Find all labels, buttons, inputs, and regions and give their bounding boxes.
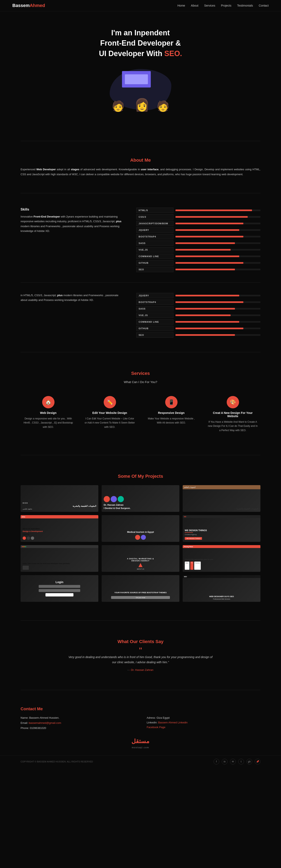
new-design-icon: 🎨 <box>227 396 239 408</box>
logo-text-ahmed: Ahmed <box>30 3 45 8</box>
hero-section: I'm an Inpendent Front-End Developer & U… <box>0 11 281 133</box>
testimonial-author: - - Dr. Hassan Zahran <box>21 669 260 672</box>
project-12-mock: SEO WEB DESIGNER GUYS SEO Professional W… <box>183 575 260 602</box>
about-section: About Me Experienced Web Developer adept… <box>0 149 281 185</box>
divider-2 <box>21 193 260 193</box>
navbar: BassemAhmed Home About Services Projects… <box>0 0 281 11</box>
social-pin-icon[interactable]: 📌 <box>255 759 260 765</box>
project-10[interactable]: Login <box>21 575 98 602</box>
skills-section: Skills Innovative Front-End Developer wi… <box>0 202 281 274</box>
contact-linkedin-link[interactable]: Bassem Ahmed Linkedin <box>158 721 188 724</box>
project-2-mock: Dr. Hassan ZahranI Dentist & Oral Surgeo… <box>102 485 179 512</box>
service-new-design-desc: If You Have a Website And Want to Create… <box>207 420 258 432</box>
testimonial-quote: Very good in dealing and understands who… <box>68 655 213 665</box>
skills-title: Skills <box>21 208 124 211</box>
skills2-bars: JQUERY BOOTSTRAP4 SASS VUE.JS COMMAND LI… <box>136 293 260 338</box>
contact-linkedin: Linkedin: Bassem Ahmed Linkedin <box>147 721 260 724</box>
nav-services[interactable]: Services <box>204 4 215 7</box>
projects-title: Some Of My Projects <box>21 474 260 479</box>
contact-info: Name: Bassem-Ahmed Hussien. Email: basse… <box>21 716 134 732</box>
nav-projects[interactable]: Projects <box>221 4 231 7</box>
service-web-design-title: Web Design <box>23 411 74 414</box>
projects-section: Some Of My Projects المقومات الطبيعية وا… <box>0 463 281 612</box>
mostaql-url: mostaql.com <box>132 746 149 749</box>
footer: COPYRIGHT © BASSEM AHMED HUSSIEN. ALL RI… <box>0 755 281 768</box>
skill-row-cmd: COMMAND LINE <box>136 254 260 259</box>
project-4-mock: Elite We're an InpendentDesign & Develop… <box>21 515 98 542</box>
project-7-mock: Hello, This is web site for front-end de… <box>21 545 98 572</box>
contact-name: Name: Bassem-Ahmed Hussien. <box>21 716 134 719</box>
service-responsive-title: Responsive Design <box>146 411 197 414</box>
nav-home[interactable]: Home <box>177 4 185 7</box>
project-1[interactable]: المقومات الطبيعية والبشرية محتوى تعليمي <box>21 485 98 512</box>
social-email-icon[interactable]: ✉ <box>230 759 236 765</box>
testimonials-title: What Our Clients Say <box>21 639 260 644</box>
social-facebook-icon[interactable]: f <box>214 759 219 765</box>
project-9[interactable]: Pricing Plans Choose the appropriate pla… <box>183 545 260 572</box>
social-github-icon[interactable]: gh <box>247 759 252 765</box>
skill-row-jquery: JQUERY <box>136 227 260 233</box>
edit-design-icon: ✏️ <box>104 396 116 408</box>
service-web-design-desc: Design a responsive web site for you , W… <box>23 416 74 429</box>
skill2-row-vuejs: VUE.JS <box>136 313 260 318</box>
contact-facebook: Facebook Page <box>147 726 260 729</box>
nav-testimonials[interactable]: Testimonials <box>237 4 253 7</box>
divider-3 <box>21 282 260 283</box>
skills-description: Skills Innovative Front-End Developer wi… <box>21 208 124 272</box>
contact-title: Contact Me <box>21 707 260 711</box>
divider-1 <box>21 141 260 141</box>
service-new-design: 🎨 Creat A New Design For Your Website If… <box>205 392 260 436</box>
project-4[interactable]: Elite We're an InpendentDesign & Develop… <box>21 515 98 542</box>
project-3[interactable]: المقومات العلاقية المقومات الطبيعية والب… <box>183 485 260 512</box>
skill-row-sass: SASS <box>136 241 260 246</box>
divider-5 <box>21 455 260 455</box>
services-title: Services <box>21 371 260 376</box>
project-7[interactable]: Hello, This is web site for front-end de… <box>21 545 98 572</box>
skill2-row-jquery: JQUERY <box>136 293 260 298</box>
skill-row-vuejs: VUE.JS <box>136 247 260 252</box>
skills2-description: in HTML/5, CSS/3, Javascript; plus moder… <box>21 293 124 338</box>
hero-figure-right: 🧑 <box>157 100 169 112</box>
social-twitter-icon[interactable]: t <box>238 759 244 765</box>
nav-about[interactable]: About <box>191 4 198 7</box>
services-subtitle: What Can I Do For You? <box>21 380 260 384</box>
skill-row-html: HTML/5 <box>136 208 260 213</box>
footer-socials: f in ✉ t gh 📌 <box>214 759 260 765</box>
service-responsive-desc: Make Your Website a responsive Website ,… <box>146 416 197 425</box>
skill2-row-sass: SASS <box>136 306 260 311</box>
about-text: Experienced Web Developer adept in all s… <box>21 167 260 177</box>
social-linkedin-icon[interactable]: in <box>222 759 227 765</box>
project-5[interactable]: Medical tourism in Egypt <box>102 515 179 542</box>
services-grid: 🏠 Web Design Design a responsive web sit… <box>21 392 260 436</box>
projects-grid: المقومات الطبيعية والبشرية محتوى تعليمي … <box>21 485 260 602</box>
skill-row-seo: SEO <box>136 267 260 272</box>
skills-section-2: in HTML/5, CSS/3, Javascript; plus moder… <box>0 291 281 344</box>
project-6[interactable]: WD WE DESIGN THINGS Creative Agency WE D… <box>183 515 260 542</box>
service-new-design-title: Creat A New Design For Your Website <box>207 411 258 418</box>
service-responsive: 📱 Responsive Design Make Your Website a … <box>144 392 199 436</box>
project-12[interactable]: SEO WEB DESIGNER GUYS SEO Professional W… <box>183 575 260 602</box>
skill-row-css: CSS/3 <box>136 214 260 220</box>
logo: BassemAhmed <box>12 3 45 8</box>
skill2-row-bootstrap: BOOTSTRAP4 <box>136 300 260 305</box>
about-title: About Me <box>21 158 260 163</box>
contact-phone: Phone: 01096381020 <box>21 726 134 730</box>
nav-contact[interactable]: Contact <box>259 4 269 7</box>
contact-email: Email: bassemahmed@gmail.com <box>21 721 134 724</box>
service-edit-design-desc: I Can Edit Your Current Website – Like C… <box>84 416 135 429</box>
project-2[interactable]: Dr. Hassan ZahranI Dentist & Oral Surgeo… <box>102 485 179 512</box>
web-design-icon: 🏠 <box>42 396 55 408</box>
project-8[interactable]: A DIGITAL MARKETING &DESIGN AGENCY ABOUT… <box>102 545 179 572</box>
contact-email-link[interactable]: bassemahmed@gmail.com <box>29 721 61 724</box>
skills2-text: in HTML/5, CSS/3, Javascript; plus moder… <box>21 293 124 303</box>
hero-figure-center: 👩 <box>134 98 150 112</box>
contact-layout: Name: Bassem-Ahmed Hussien. Email: basse… <box>21 716 260 732</box>
project-6-mock: WD WE DESIGN THINGS Creative Agency WE D… <box>183 515 260 542</box>
contact-facebook-link[interactable]: Facebook Page <box>147 726 165 729</box>
project-11[interactable]: YOUR FAVORITE SOURCE OF FREE BOOTSTRAP T… <box>102 575 179 602</box>
contact-section: Contact Me Name: Bassem-Ahmed Hussien. E… <box>0 699 281 755</box>
skill2-row-cmd: COMMAND LINE <box>136 319 260 324</box>
quote-open: " <box>21 648 260 653</box>
contact-address: Adress: Giza Egypt <box>147 716 260 719</box>
hero-screen-mockup <box>122 71 151 88</box>
